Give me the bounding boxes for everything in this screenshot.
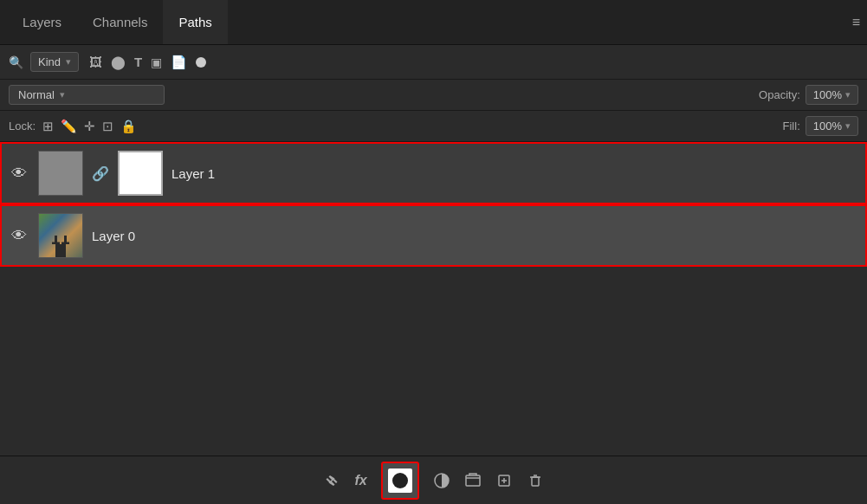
new-layer-button[interactable] — [495, 472, 513, 489]
filter-type-icons: 🖼 ⬤ T ▣ 📄 — [89, 55, 206, 70]
fill-group: Fill: 100% ▾ — [783, 116, 858, 136]
opacity-input[interactable]: 100% ▾ — [806, 85, 858, 105]
svg-rect-5 — [532, 477, 539, 486]
visibility-icon[interactable]: 👁 — [9, 227, 29, 245]
blend-mode-dropdown[interactable]: Normal ▾ — [9, 85, 165, 105]
lock-pixels-icon[interactable]: ⊞ — [42, 119, 54, 134]
delete-layer-button[interactable] — [527, 472, 544, 489]
lock-row: Lock: ⊞ ✏️ ✛ ⊡ 🔒 Fill: 100% ▾ — [0, 111, 867, 142]
panel-menu-icon[interactable]: ≡ — [852, 15, 860, 30]
link-icon: 🔗 — [92, 165, 109, 182]
layer-thumbnail-gray — [38, 151, 83, 196]
search-icon: 🔍 — [9, 55, 23, 69]
layers-panel: Layers Channels Paths ≡ 🔍 Kind ▾ 🖼 ⬤ T ▣… — [0, 0, 867, 504]
add-mask-button[interactable] — [381, 462, 419, 500]
color-filter-icon[interactable] — [196, 57, 206, 68]
chevron-down-icon: ▾ — [845, 120, 851, 132]
tab-paths[interactable]: Paths — [163, 0, 227, 44]
tab-layers[interactable]: Layers — [7, 0, 77, 44]
chevron-down-icon: ▾ — [66, 56, 71, 68]
bottom-toolbar: fx — [0, 456, 867, 504]
layer-thumbnail-photo — [38, 213, 83, 258]
layer-mask-thumbnail — [118, 151, 163, 196]
kind-dropdown[interactable]: Kind ▾ — [30, 52, 79, 72]
chevron-down-icon: ▾ — [845, 89, 851, 100]
visibility-icon[interactable]: 👁 — [9, 165, 29, 183]
layer-item[interactable]: 👁 Layer 0 — [0, 204, 867, 267]
svg-rect-1 — [466, 475, 480, 486]
fill-label: Fill: — [783, 120, 800, 132]
lock-icons: ⊞ ✏️ ✛ ⊡ 🔒 — [42, 119, 137, 134]
chevron-down-icon: ▾ — [60, 89, 65, 100]
layer-name: Layer 0 — [92, 229, 858, 243]
mask-button-inner — [388, 468, 412, 493]
lock-all-icon[interactable]: 🔒 — [120, 119, 137, 134]
lock-label: Lock: — [9, 120, 36, 132]
layer-item[interactable]: 👁 🔗 Layer 1 — [0, 142, 867, 204]
opacity-group: Opacity: 100% ▾ — [759, 85, 858, 105]
fill-input[interactable]: 100% ▾ — [806, 116, 858, 136]
tab-channels[interactable]: Channels — [77, 0, 163, 44]
blend-row: Normal ▾ Opacity: 100% ▾ — [0, 80, 867, 111]
text-filter-icon[interactable]: T — [134, 55, 142, 69]
link-layers-button[interactable] — [323, 472, 340, 489]
filter-row: 🔍 Kind ▾ 🖼 ⬤ T ▣ 📄 — [0, 45, 867, 80]
layer-name: Layer 1 — [171, 166, 858, 181]
image-filter-icon[interactable]: 🖼 — [89, 55, 102, 69]
add-adjustment-button[interactable] — [433, 472, 450, 489]
lock-move-icon[interactable]: ✛ — [84, 119, 95, 134]
new-group-button[interactable] — [464, 472, 482, 489]
lock-paint-icon[interactable]: ✏️ — [61, 119, 77, 134]
shape-filter-icon[interactable]: ▣ — [151, 55, 162, 69]
mask-circle — [392, 473, 408, 488]
layers-list: 👁 🔗 Layer 1 👁 Layer 0 — [0, 142, 867, 456]
lock-artboard-icon[interactable]: ⊡ — [102, 119, 113, 134]
tabs-bar: Layers Channels Paths ≡ — [0, 0, 867, 45]
smart-object-filter-icon[interactable]: 📄 — [171, 55, 187, 70]
opacity-label: Opacity: — [759, 88, 800, 101]
fx-button[interactable]: fx — [354, 473, 366, 488]
adjustment-filter-icon[interactable]: ⬤ — [111, 55, 126, 70]
